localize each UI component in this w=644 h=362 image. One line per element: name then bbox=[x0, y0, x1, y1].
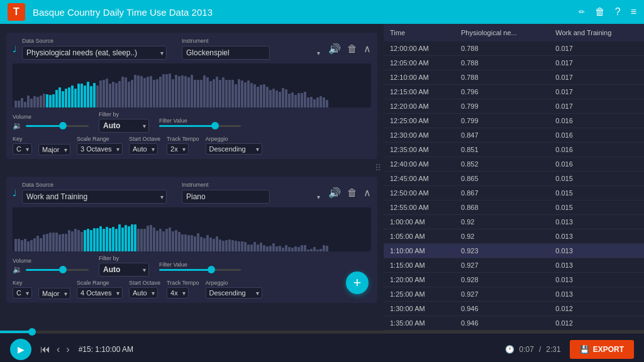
right-panel: Time Physiological ne... Work and Traini… bbox=[384, 24, 644, 331]
cell-time: 1:30:00 AM bbox=[384, 302, 455, 316]
key-group-2: Key C bbox=[13, 280, 32, 299]
track-tempo-wrap-1: 2x bbox=[167, 143, 189, 155]
start-octave-select-2[interactable]: Auto bbox=[129, 287, 158, 299]
filter-select-1[interactable]: Auto bbox=[99, 119, 149, 133]
start-octave-label-1: Start Octave bbox=[129, 136, 160, 142]
instrument-label-1: Instrument bbox=[182, 38, 323, 44]
arpeggio-select-1[interactable]: Descending bbox=[206, 143, 262, 155]
play-button[interactable]: ▶ bbox=[10, 339, 31, 360]
key-wrap-1: C bbox=[13, 143, 32, 155]
volume-toggle-2[interactable]: 🔊 bbox=[328, 187, 341, 199]
cell-physiological: 0.851 bbox=[455, 143, 549, 157]
cell-time: 12:10:00 AM bbox=[384, 70, 455, 85]
scale-select-1[interactable]: Major bbox=[38, 144, 70, 155]
cell-time: 12:45:00 AM bbox=[384, 172, 455, 186]
data-source-select-1[interactable]: Physiological needs (eat, sleep..) bbox=[22, 46, 167, 60]
table-row: 12:50:00 AM0.8670.015 bbox=[384, 186, 644, 200]
volume-toggle-1[interactable]: 🔊 bbox=[328, 43, 341, 55]
cell-time: 12:25:00 AM bbox=[384, 114, 455, 128]
start-octave-group-1: Start Octave Auto bbox=[129, 136, 160, 155]
cell-physiological: 0.92 bbox=[455, 215, 549, 229]
instrument-select-1[interactable]: Glockenspiel bbox=[182, 46, 270, 60]
cell-work: 0.017 bbox=[549, 41, 644, 56]
table-header-row: Time Physiological ne... Work and Traini… bbox=[384, 24, 644, 41]
track-2-key-row: Key C Major Scale Range 4 Octaves Start … bbox=[13, 279, 371, 299]
volume-slider-1[interactable] bbox=[26, 125, 89, 127]
cell-time: 1:25:00 AM bbox=[384, 287, 455, 302]
table-row: 1:15:00 AM0.9270.013 bbox=[384, 258, 644, 273]
track-1-icons: 🔊 🗑 ∧ bbox=[328, 43, 371, 55]
cell-physiological: 0.927 bbox=[455, 287, 549, 302]
arpeggio-select-2[interactable]: Descending bbox=[206, 287, 262, 299]
filter-value-slider-1[interactable] bbox=[159, 125, 241, 127]
table-row: 1:00:00 AM0.920.013 bbox=[384, 215, 644, 229]
octaves-select-1[interactable]: 3 Octaves bbox=[77, 143, 123, 155]
delete-track-2[interactable]: 🗑 bbox=[347, 187, 357, 199]
help-icon[interactable]: ? bbox=[615, 6, 621, 18]
progress-bar[interactable] bbox=[0, 331, 644, 333]
octaves-select-2[interactable]: 4 Octaves bbox=[77, 287, 123, 299]
key-select-1[interactable]: C bbox=[13, 143, 32, 155]
volume-icon-1: 🔉 bbox=[13, 121, 22, 130]
progress-fill bbox=[0, 331, 32, 333]
cell-time: 12:55:00 AM bbox=[384, 200, 455, 215]
skip-start-button[interactable]: ⏮ bbox=[40, 344, 50, 355]
table-row: 1:05:00 AM0.920.013 bbox=[384, 229, 644, 244]
start-octave-wrap-1: Auto bbox=[129, 143, 158, 155]
table-row: 12:05:00 AM0.7880.017 bbox=[384, 56, 644, 70]
collapse-track-1[interactable]: ∧ bbox=[364, 43, 371, 55]
key-label-1: Key bbox=[13, 136, 32, 142]
start-octave-group-2: Start Octave Auto bbox=[129, 280, 160, 299]
edit-icon[interactable]: ✏ bbox=[579, 8, 585, 16]
table-row: 12:35:00 AM0.8510.016 bbox=[384, 143, 644, 157]
track-tempo-select-1[interactable]: 2x bbox=[167, 143, 189, 155]
instrument-select-2[interactable]: Piano bbox=[182, 190, 270, 204]
cell-work: 0.015 bbox=[549, 200, 644, 215]
arpeggio-group-1: Arpeggio Descending bbox=[206, 136, 262, 155]
start-octave-select-1[interactable]: Auto bbox=[129, 143, 158, 155]
key-wrap-2: C bbox=[13, 287, 32, 299]
time-display: 🕐 0:07 / 2:31 bbox=[505, 345, 561, 354]
filter-value-group-1: Filter Value bbox=[159, 118, 241, 127]
data-table: Time Physiological ne... Work and Traini… bbox=[384, 24, 644, 331]
prev-button[interactable]: ‹ bbox=[57, 344, 60, 355]
volume-slider-2[interactable] bbox=[26, 269, 89, 271]
track-tempo-group-2: Track Tempo 4x bbox=[167, 280, 199, 299]
next-button[interactable]: › bbox=[66, 344, 69, 355]
collapse-track-2[interactable]: ∧ bbox=[364, 187, 371, 199]
filter-select-2[interactable]: Auto bbox=[99, 263, 149, 277]
instrument-label-2: Instrument bbox=[182, 182, 323, 188]
scale-range-label-2: Scale Range bbox=[77, 280, 123, 286]
key-select-2[interactable]: C bbox=[13, 287, 32, 299]
clock-icon: 🕐 bbox=[505, 345, 514, 354]
key-group-1: Key C bbox=[13, 136, 32, 155]
col-physiological: Physiological ne... bbox=[455, 24, 549, 41]
delete-icon[interactable]: 🗑 bbox=[595, 6, 605, 18]
cell-physiological: 0.852 bbox=[455, 157, 549, 172]
cell-work: 0.017 bbox=[549, 70, 644, 85]
data-source-select-2[interactable]: Work and Training bbox=[22, 190, 167, 204]
cell-work: 0.013 bbox=[549, 215, 644, 229]
volume-group-1: Volume 🔉 bbox=[13, 114, 89, 130]
table-row: 12:30:00 AM0.8470.016 bbox=[384, 128, 644, 143]
menu-icon[interactable]: ≡ bbox=[631, 6, 636, 18]
filter-value-slider-2[interactable] bbox=[159, 269, 241, 271]
scale-select-2[interactable]: Major bbox=[38, 288, 70, 299]
start-octave-wrap-2: Auto bbox=[129, 287, 158, 299]
cell-time: 12:35:00 AM bbox=[384, 143, 455, 157]
scale-wrap-1: Major bbox=[38, 144, 70, 155]
total-time: 2:31 bbox=[546, 345, 560, 354]
table-row: 12:40:00 AM0.8520.016 bbox=[384, 157, 644, 172]
cell-time: 12:20:00 AM bbox=[384, 99, 455, 114]
cell-time: 1:20:00 AM bbox=[384, 273, 455, 287]
track-tempo-select-2[interactable]: 4x bbox=[167, 287, 189, 299]
delete-track-1[interactable]: 🗑 bbox=[347, 43, 357, 55]
table-row: 12:45:00 AM0.8650.015 bbox=[384, 172, 644, 186]
col-time: Time bbox=[384, 24, 455, 41]
cell-physiological: 0.946 bbox=[455, 316, 549, 331]
octaves-wrap-1: 3 Octaves bbox=[77, 143, 123, 155]
export-button[interactable]: 💾 EXPORT bbox=[570, 340, 634, 359]
cell-time: 1:10:00 AM bbox=[384, 244, 455, 258]
add-track-button[interactable]: + bbox=[346, 272, 369, 294]
volume-slider-wrap-1: 🔉 bbox=[13, 121, 89, 130]
